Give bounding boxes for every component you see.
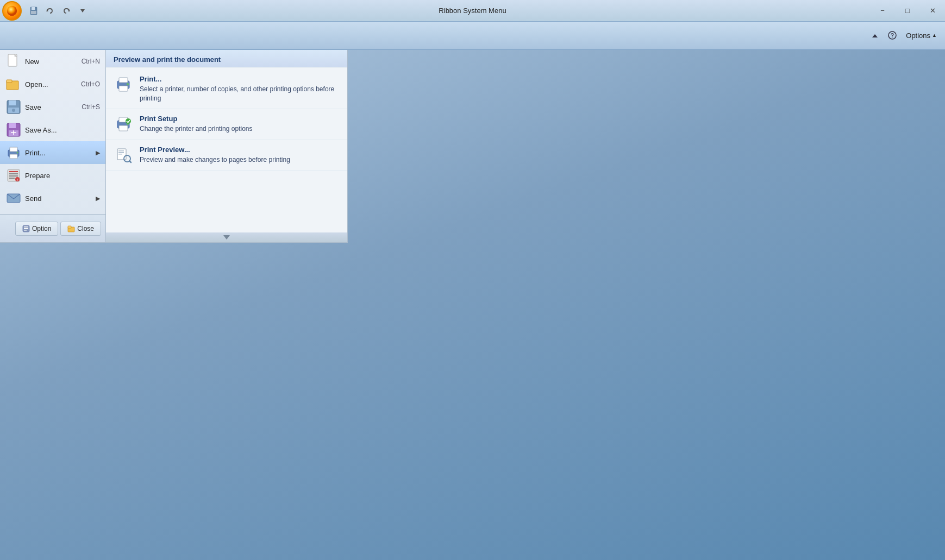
print-arrow-icon: ▶ bbox=[96, 149, 100, 156]
submenu-item-print[interactable]: Print... Select a printer, number of cop… bbox=[106, 70, 347, 109]
svg-point-46 bbox=[126, 118, 131, 124]
window-title: Ribbon System Menu bbox=[439, 7, 506, 15]
svg-rect-33 bbox=[24, 226, 28, 228]
svg-marker-7 bbox=[872, 34, 878, 37]
save-button[interactable] bbox=[26, 3, 41, 18]
svg-point-41 bbox=[127, 83, 129, 85]
svg-marker-6 bbox=[80, 9, 85, 12]
submenu-print-icon bbox=[114, 75, 133, 95]
open-shortcut: Ctrl+O bbox=[81, 80, 100, 88]
save-icon bbox=[5, 99, 22, 115]
svg-text:?: ? bbox=[891, 33, 894, 39]
svg-rect-25 bbox=[9, 171, 18, 172]
file-menu-right-pane: Preview and print the document Print... bbox=[106, 50, 348, 243]
option-button[interactable]: Option bbox=[15, 222, 58, 236]
prepare-label: Prepare bbox=[25, 172, 100, 180]
svg-rect-2 bbox=[32, 7, 35, 10]
submenu-scroll-hint bbox=[106, 232, 347, 242]
close-button-menu[interactable]: Close bbox=[60, 222, 101, 236]
close-button[interactable]: ✕ bbox=[920, 3, 945, 19]
options-arrow-icon: ▲ bbox=[932, 33, 937, 38]
svg-rect-40 bbox=[119, 86, 128, 91]
saveas-icon bbox=[5, 122, 22, 138]
save-shortcut: Ctrl+S bbox=[82, 103, 100, 111]
maximize-button[interactable]: □ bbox=[895, 3, 920, 19]
ribbon-minimize-icon[interactable] bbox=[867, 28, 883, 43]
svg-rect-28 bbox=[9, 178, 15, 179]
svg-rect-49 bbox=[118, 152, 124, 153]
menu-item-new[interactable]: New Ctrl+N bbox=[0, 50, 105, 73]
submenu-header: Preview and print the document bbox=[106, 50, 347, 67]
menu-item-send[interactable]: Send ▶ bbox=[0, 187, 105, 210]
file-menu-bottom-bar: Option Close bbox=[0, 214, 105, 242]
save-label: Save bbox=[25, 103, 82, 111]
window-controls: − □ ✕ bbox=[870, 3, 945, 19]
submenu-print-desc: Select a printer, number of copies, and … bbox=[140, 85, 340, 103]
svg-rect-13 bbox=[7, 80, 12, 83]
app-logo[interactable] bbox=[2, 1, 22, 21]
prepare-icon: ! bbox=[5, 167, 22, 184]
submenu-item-print-preview[interactable]: Print Preview... Preview and make change… bbox=[106, 140, 347, 171]
submenu-print-title: Print... bbox=[140, 75, 340, 83]
toolbar-dropdown-button[interactable] bbox=[75, 3, 90, 18]
submenu-print-setup-icon bbox=[114, 115, 133, 134]
option-button-label: Option bbox=[32, 225, 51, 232]
menu-item-save[interactable]: Save Ctrl+S bbox=[0, 96, 105, 118]
redo-button[interactable] bbox=[59, 3, 74, 18]
help-icon[interactable]: ? bbox=[885, 28, 900, 43]
send-arrow-icon: ▶ bbox=[96, 195, 100, 202]
svg-rect-44 bbox=[119, 125, 128, 131]
submenu-print-preview-icon bbox=[114, 146, 133, 165]
submenu-item-print-setup[interactable]: Print Setup Change the printer and print… bbox=[106, 109, 347, 140]
svg-point-0 bbox=[7, 5, 17, 15]
submenu-print-preview-title: Print Preview... bbox=[140, 146, 340, 154]
file-menu-overlay: New Ctrl+N Open... Ctrl+O bbox=[0, 50, 348, 243]
ribbon-area: ? Options ▲ bbox=[0, 22, 945, 50]
svg-marker-53 bbox=[223, 235, 230, 240]
svg-rect-39 bbox=[119, 78, 128, 83]
saveas-label: Save As... bbox=[25, 126, 100, 134]
option-icon bbox=[22, 225, 30, 232]
file-menu-left-pane: New Ctrl+N Open... Ctrl+O bbox=[0, 50, 106, 243]
send-label: Send bbox=[25, 194, 93, 203]
submenu-content: Print... Select a printer, number of cop… bbox=[106, 67, 347, 232]
new-shortcut: Ctrl+N bbox=[82, 58, 100, 65]
submenu-print-setup-title: Print Setup bbox=[140, 115, 340, 123]
svg-rect-22 bbox=[10, 154, 17, 159]
close-folder-icon bbox=[67, 225, 75, 232]
menu-item-print[interactable]: Print... ▶ bbox=[0, 141, 105, 164]
svg-rect-50 bbox=[118, 154, 122, 155]
open-label: Open... bbox=[25, 80, 81, 89]
svg-rect-21 bbox=[10, 147, 17, 152]
options-label: Options bbox=[906, 32, 930, 40]
new-label: New bbox=[25, 58, 82, 66]
menu-item-prepare[interactable]: ! Prepare bbox=[0, 164, 105, 187]
menu-item-open[interactable]: Open... Ctrl+O bbox=[0, 73, 105, 96]
svg-point-17 bbox=[12, 109, 15, 112]
send-icon bbox=[5, 190, 22, 206]
menu-item-saveas[interactable]: Save As... bbox=[0, 118, 105, 141]
svg-rect-15 bbox=[9, 100, 16, 105]
options-button[interactable]: Options ▲ bbox=[902, 29, 941, 42]
svg-rect-3 bbox=[31, 11, 36, 14]
main-area: New Ctrl+N Open... Ctrl+O bbox=[0, 50, 945, 560]
print-menu-icon bbox=[5, 144, 22, 161]
svg-rect-27 bbox=[9, 175, 18, 177]
title-bar: Ribbon System Menu − □ ✕ bbox=[0, 0, 945, 22]
submenu-print-preview-text: Print Preview... Preview and make change… bbox=[140, 146, 340, 165]
svg-rect-48 bbox=[118, 150, 124, 152]
svg-rect-34 bbox=[24, 228, 28, 229]
svg-rect-37 bbox=[68, 226, 71, 228]
svg-rect-26 bbox=[9, 173, 18, 174]
svg-rect-19 bbox=[9, 123, 16, 128]
svg-line-52 bbox=[129, 161, 131, 162]
submenu-print-text: Print... Select a printer, number of cop… bbox=[140, 75, 340, 103]
minimize-button[interactable]: − bbox=[870, 3, 895, 19]
submenu-print-setup-text: Print Setup Change the printer and print… bbox=[140, 115, 340, 134]
ribbon-right-controls: ? Options ▲ bbox=[867, 28, 941, 43]
print-label: Print... bbox=[25, 149, 93, 157]
undo-button[interactable] bbox=[42, 3, 58, 18]
svg-point-23 bbox=[17, 152, 18, 154]
submenu-print-preview-desc: Preview and make changes to pages before… bbox=[140, 155, 340, 165]
open-icon bbox=[5, 76, 22, 92]
